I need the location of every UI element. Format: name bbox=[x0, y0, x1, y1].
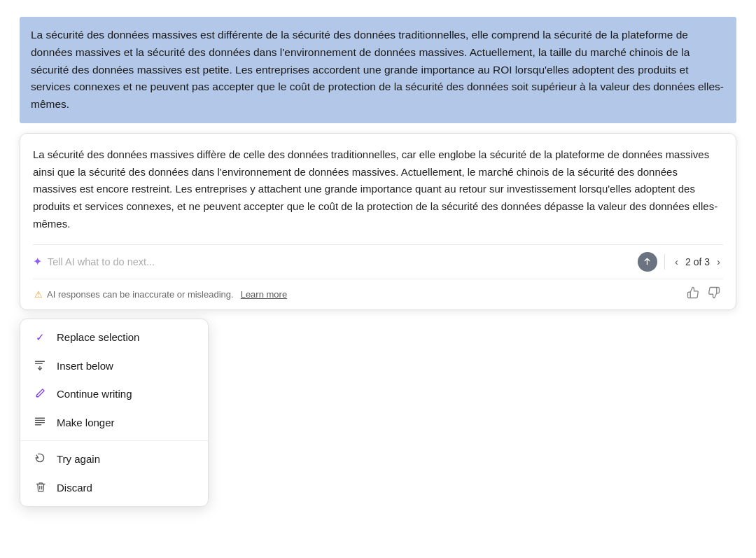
selected-text-block: La sécurité des données massives est dif… bbox=[20, 17, 736, 123]
menu-item-make-longer[interactable]: Make longer bbox=[20, 408, 208, 437]
sparkle-icon: ✦ bbox=[33, 255, 42, 268]
menu-item-try-again[interactable]: Try again bbox=[20, 445, 208, 473]
continue-writing-icon bbox=[33, 388, 47, 400]
menu-item-insert-below[interactable]: Insert below bbox=[20, 351, 208, 380]
nav-next-button[interactable]: › bbox=[714, 254, 723, 269]
thumbs-up-button[interactable] bbox=[685, 286, 701, 302]
continue-writing-label: Continue writing bbox=[57, 388, 132, 400]
try-again-icon bbox=[33, 452, 47, 466]
ai-input-placeholder: Tell AI what to do next... bbox=[48, 256, 155, 267]
warning-text: AI responses can be inaccurate or mislea… bbox=[47, 289, 234, 300]
ai-response-card: La sécurité des données massives diffère… bbox=[20, 133, 736, 310]
insert-below-label: Insert below bbox=[57, 360, 113, 372]
learn-more-link[interactable]: Learn more bbox=[241, 289, 287, 300]
nav-controls: ‹ 2 of 3 › bbox=[672, 254, 723, 269]
ai-input-row: ✦ Tell AI what to do next... ‹ 2 of 3 › bbox=[33, 244, 723, 279]
feedback-buttons bbox=[685, 286, 722, 302]
try-again-label: Try again bbox=[57, 453, 100, 465]
replace-selection-icon: ✓ bbox=[33, 331, 47, 344]
page-container: La sécurité des données massives est dif… bbox=[0, 0, 756, 558]
ai-warning-left: ⚠ AI responses can be inaccurate or misl… bbox=[34, 289, 287, 300]
make-longer-label: Make longer bbox=[57, 417, 115, 428]
nav-count: 2 of 3 bbox=[685, 256, 710, 267]
ai-response-text: La sécurité des données massives diffère… bbox=[33, 146, 723, 233]
menu-item-replace-selection[interactable]: ✓ Replace selection bbox=[20, 323, 208, 351]
insert-below-icon bbox=[33, 359, 47, 372]
menu-item-discard[interactable]: Discard bbox=[20, 473, 208, 502]
ai-input-right: ‹ 2 of 3 › bbox=[638, 252, 723, 272]
discard-label: Discard bbox=[57, 482, 92, 494]
menu-item-continue-writing[interactable]: Continue writing bbox=[20, 380, 208, 408]
thumbs-down-button[interactable] bbox=[706, 286, 722, 302]
send-button[interactable] bbox=[638, 252, 657, 272]
replace-selection-label: Replace selection bbox=[57, 331, 139, 343]
action-dropdown-menu: ✓ Replace selection Insert below bbox=[20, 319, 209, 507]
nav-prev-button[interactable]: ‹ bbox=[672, 254, 681, 269]
vertical-divider bbox=[664, 254, 665, 270]
warning-icon: ⚠ bbox=[34, 289, 43, 300]
make-longer-icon bbox=[33, 416, 47, 429]
ai-input-left: ✦ Tell AI what to do next... bbox=[33, 255, 631, 268]
menu-divider bbox=[20, 440, 208, 441]
ai-warning-row: ⚠ AI responses can be inaccurate or misl… bbox=[33, 279, 723, 309]
discard-icon bbox=[33, 481, 47, 494]
